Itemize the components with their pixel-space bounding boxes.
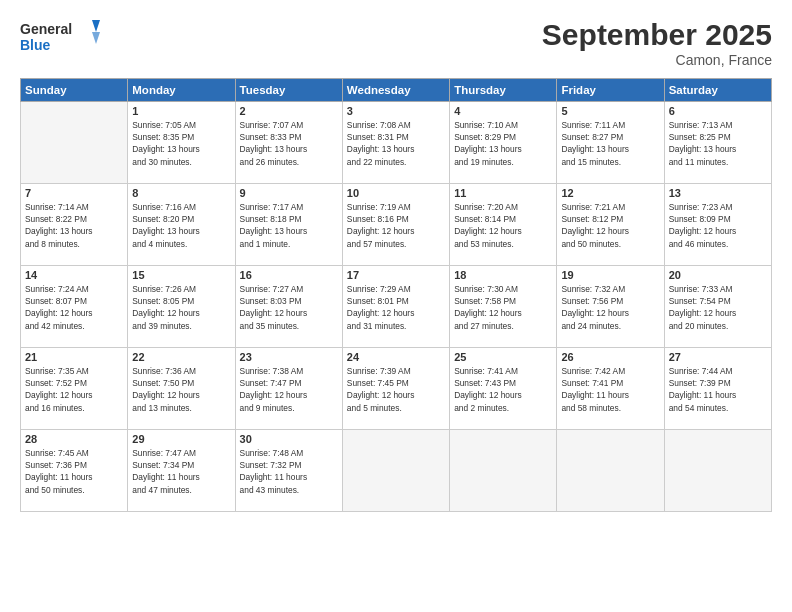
day-number: 26 xyxy=(561,351,659,363)
day-cell: 12Sunrise: 7:21 AMSunset: 8:12 PMDayligh… xyxy=(557,184,664,266)
day-info: Sunrise: 7:10 AMSunset: 8:29 PMDaylight:… xyxy=(454,119,552,168)
day-cell: 30Sunrise: 7:48 AMSunset: 7:32 PMDayligh… xyxy=(235,430,342,512)
day-cell: 5Sunrise: 7:11 AMSunset: 8:27 PMDaylight… xyxy=(557,102,664,184)
day-cell: 27Sunrise: 7:44 AMSunset: 7:39 PMDayligh… xyxy=(664,348,771,430)
svg-text:General: General xyxy=(20,21,72,37)
day-cell xyxy=(21,102,128,184)
day-info: Sunrise: 7:36 AMSunset: 7:50 PMDaylight:… xyxy=(132,365,230,414)
title-block: September 2025 Camon, France xyxy=(542,18,772,68)
day-number: 20 xyxy=(669,269,767,281)
day-info: Sunrise: 7:35 AMSunset: 7:52 PMDaylight:… xyxy=(25,365,123,414)
day-number: 12 xyxy=(561,187,659,199)
day-number: 3 xyxy=(347,105,445,117)
week-row-3: 21Sunrise: 7:35 AMSunset: 7:52 PMDayligh… xyxy=(21,348,772,430)
day-info: Sunrise: 7:08 AMSunset: 8:31 PMDaylight:… xyxy=(347,119,445,168)
day-number: 10 xyxy=(347,187,445,199)
day-info: Sunrise: 7:14 AMSunset: 8:22 PMDaylight:… xyxy=(25,201,123,250)
header: General Blue September 2025 Camon, Franc… xyxy=(20,18,772,68)
day-cell: 3Sunrise: 7:08 AMSunset: 8:31 PMDaylight… xyxy=(342,102,449,184)
day-cell: 10Sunrise: 7:19 AMSunset: 8:16 PMDayligh… xyxy=(342,184,449,266)
week-row-1: 7Sunrise: 7:14 AMSunset: 8:22 PMDaylight… xyxy=(21,184,772,266)
day-number: 16 xyxy=(240,269,338,281)
day-cell xyxy=(450,430,557,512)
month-title: September 2025 xyxy=(542,18,772,52)
logo: General Blue xyxy=(20,18,100,56)
day-info: Sunrise: 7:42 AMSunset: 7:41 PMDaylight:… xyxy=(561,365,659,414)
day-number: 21 xyxy=(25,351,123,363)
day-cell: 1Sunrise: 7:05 AMSunset: 8:35 PMDaylight… xyxy=(128,102,235,184)
day-cell: 16Sunrise: 7:27 AMSunset: 8:03 PMDayligh… xyxy=(235,266,342,348)
day-cell: 29Sunrise: 7:47 AMSunset: 7:34 PMDayligh… xyxy=(128,430,235,512)
day-info: Sunrise: 7:27 AMSunset: 8:03 PMDaylight:… xyxy=(240,283,338,332)
day-info: Sunrise: 7:17 AMSunset: 8:18 PMDaylight:… xyxy=(240,201,338,250)
day-info: Sunrise: 7:24 AMSunset: 8:07 PMDaylight:… xyxy=(25,283,123,332)
day-cell: 28Sunrise: 7:45 AMSunset: 7:36 PMDayligh… xyxy=(21,430,128,512)
day-number: 6 xyxy=(669,105,767,117)
col-saturday: Saturday xyxy=(664,79,771,102)
day-number: 15 xyxy=(132,269,230,281)
day-cell: 23Sunrise: 7:38 AMSunset: 7:47 PMDayligh… xyxy=(235,348,342,430)
day-cell: 19Sunrise: 7:32 AMSunset: 7:56 PMDayligh… xyxy=(557,266,664,348)
day-info: Sunrise: 7:16 AMSunset: 8:20 PMDaylight:… xyxy=(132,201,230,250)
day-cell: 24Sunrise: 7:39 AMSunset: 7:45 PMDayligh… xyxy=(342,348,449,430)
col-friday: Friday xyxy=(557,79,664,102)
calendar-table: Sunday Monday Tuesday Wednesday Thursday… xyxy=(20,78,772,512)
logo-svg: General Blue xyxy=(20,18,100,56)
day-number: 4 xyxy=(454,105,552,117)
day-number: 9 xyxy=(240,187,338,199)
day-cell: 9Sunrise: 7:17 AMSunset: 8:18 PMDaylight… xyxy=(235,184,342,266)
day-cell: 26Sunrise: 7:42 AMSunset: 7:41 PMDayligh… xyxy=(557,348,664,430)
day-info: Sunrise: 7:47 AMSunset: 7:34 PMDaylight:… xyxy=(132,447,230,496)
day-info: Sunrise: 7:05 AMSunset: 8:35 PMDaylight:… xyxy=(132,119,230,168)
day-cell: 2Sunrise: 7:07 AMSunset: 8:33 PMDaylight… xyxy=(235,102,342,184)
day-number: 7 xyxy=(25,187,123,199)
col-thursday: Thursday xyxy=(450,79,557,102)
day-cell: 6Sunrise: 7:13 AMSunset: 8:25 PMDaylight… xyxy=(664,102,771,184)
day-info: Sunrise: 7:30 AMSunset: 7:58 PMDaylight:… xyxy=(454,283,552,332)
day-number: 11 xyxy=(454,187,552,199)
day-number: 27 xyxy=(669,351,767,363)
day-cell xyxy=(342,430,449,512)
day-info: Sunrise: 7:23 AMSunset: 8:09 PMDaylight:… xyxy=(669,201,767,250)
day-info: Sunrise: 7:41 AMSunset: 7:43 PMDaylight:… xyxy=(454,365,552,414)
day-cell: 13Sunrise: 7:23 AMSunset: 8:09 PMDayligh… xyxy=(664,184,771,266)
day-cell: 15Sunrise: 7:26 AMSunset: 8:05 PMDayligh… xyxy=(128,266,235,348)
day-cell: 8Sunrise: 7:16 AMSunset: 8:20 PMDaylight… xyxy=(128,184,235,266)
day-number: 13 xyxy=(669,187,767,199)
svg-marker-3 xyxy=(92,32,100,44)
day-cell: 22Sunrise: 7:36 AMSunset: 7:50 PMDayligh… xyxy=(128,348,235,430)
col-wednesday: Wednesday xyxy=(342,79,449,102)
day-number: 30 xyxy=(240,433,338,445)
day-info: Sunrise: 7:33 AMSunset: 7:54 PMDaylight:… xyxy=(669,283,767,332)
day-cell: 20Sunrise: 7:33 AMSunset: 7:54 PMDayligh… xyxy=(664,266,771,348)
day-cell: 11Sunrise: 7:20 AMSunset: 8:14 PMDayligh… xyxy=(450,184,557,266)
day-number: 14 xyxy=(25,269,123,281)
day-number: 25 xyxy=(454,351,552,363)
day-number: 19 xyxy=(561,269,659,281)
day-info: Sunrise: 7:44 AMSunset: 7:39 PMDaylight:… xyxy=(669,365,767,414)
day-info: Sunrise: 7:21 AMSunset: 8:12 PMDaylight:… xyxy=(561,201,659,250)
day-cell: 18Sunrise: 7:30 AMSunset: 7:58 PMDayligh… xyxy=(450,266,557,348)
day-number: 24 xyxy=(347,351,445,363)
day-info: Sunrise: 7:29 AMSunset: 8:01 PMDaylight:… xyxy=(347,283,445,332)
day-number: 29 xyxy=(132,433,230,445)
day-cell: 7Sunrise: 7:14 AMSunset: 8:22 PMDaylight… xyxy=(21,184,128,266)
day-cell: 14Sunrise: 7:24 AMSunset: 8:07 PMDayligh… xyxy=(21,266,128,348)
day-info: Sunrise: 7:13 AMSunset: 8:25 PMDaylight:… xyxy=(669,119,767,168)
day-info: Sunrise: 7:32 AMSunset: 7:56 PMDaylight:… xyxy=(561,283,659,332)
week-row-2: 14Sunrise: 7:24 AMSunset: 8:07 PMDayligh… xyxy=(21,266,772,348)
day-number: 17 xyxy=(347,269,445,281)
day-cell: 21Sunrise: 7:35 AMSunset: 7:52 PMDayligh… xyxy=(21,348,128,430)
day-info: Sunrise: 7:39 AMSunset: 7:45 PMDaylight:… xyxy=(347,365,445,414)
page: General Blue September 2025 Camon, Franc… xyxy=(0,0,792,612)
day-cell: 17Sunrise: 7:29 AMSunset: 8:01 PMDayligh… xyxy=(342,266,449,348)
svg-marker-2 xyxy=(92,20,100,32)
day-number: 23 xyxy=(240,351,338,363)
day-cell: 4Sunrise: 7:10 AMSunset: 8:29 PMDaylight… xyxy=(450,102,557,184)
day-cell: 25Sunrise: 7:41 AMSunset: 7:43 PMDayligh… xyxy=(450,348,557,430)
day-number: 8 xyxy=(132,187,230,199)
day-info: Sunrise: 7:48 AMSunset: 7:32 PMDaylight:… xyxy=(240,447,338,496)
day-number: 2 xyxy=(240,105,338,117)
col-monday: Monday xyxy=(128,79,235,102)
day-info: Sunrise: 7:38 AMSunset: 7:47 PMDaylight:… xyxy=(240,365,338,414)
